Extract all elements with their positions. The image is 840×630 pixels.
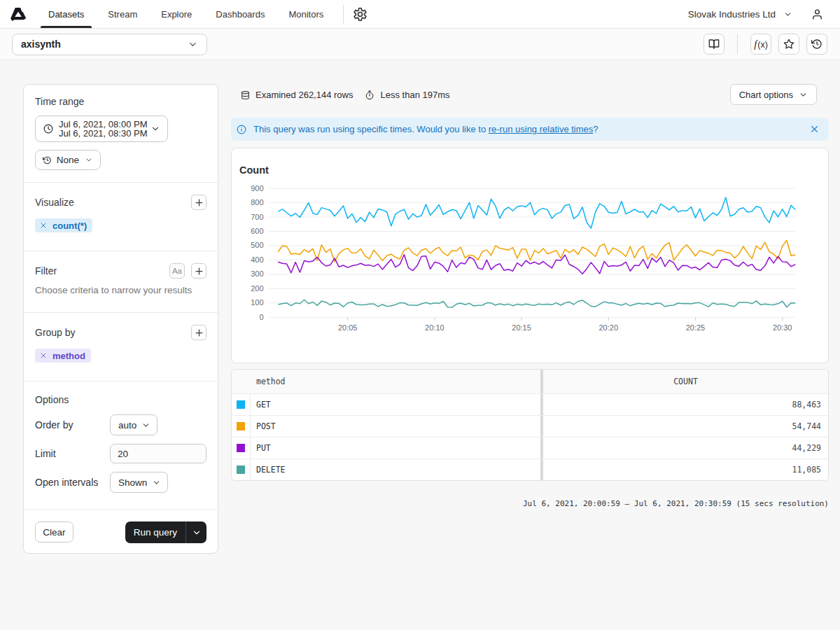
rerun-relative-times-link[interactable]: re-run using relative times [489,124,594,134]
visualize-section: Visualize count(*) [24,183,218,251]
run-query-button[interactable]: Run query [125,522,186,543]
svg-text:700: 700 [251,213,263,221]
method-cell: DELETE [251,459,540,480]
tab-explore[interactable]: Explore [153,0,200,28]
query-builder-panel: Time range Jul 6, 2021, 08:00 PM Jul 6, … [23,84,218,554]
remove-chip-icon[interactable] [39,221,48,230]
banner-close-icon[interactable] [809,124,820,134]
filter-placeholder: Choose criteria to narrow your results [35,285,206,295]
clock-icon [43,124,53,134]
toolbar-separator [737,34,738,55]
series-swatch-cell [232,416,251,437]
settings-gear-icon[interactable] [351,6,368,22]
add-visualize-button[interactable] [191,195,206,210]
count-cell: 88,463 [543,394,828,415]
tab-datasets[interactable]: Datasets [41,0,92,28]
dataset-select[interactable]: axisynth [12,34,207,55]
chevron-down-icon [192,528,202,538]
tab-dashboards[interactable]: Dashboards [208,0,272,28]
svg-text:20:30: 20:30 [773,323,792,332]
fx-icon: f(x) [754,38,768,50]
visualize-title: Visualize [35,197,191,208]
add-filter-button[interactable] [191,263,206,279]
method-cell: POST [251,416,540,437]
compare-against-value: None [57,155,79,165]
limit-label: Limit [35,448,110,459]
chevron-down-icon [85,155,93,164]
add-group-by-button[interactable] [191,325,206,340]
chevron-down-icon [188,39,198,50]
case-toggle-label: Aa [172,267,182,275]
method-column-header[interactable]: method [251,370,540,393]
query-history-button[interactable] [806,34,827,55]
tab-monitors[interactable]: Monitors [281,0,331,28]
run-query-split-button: Run query [125,522,206,543]
time-range-values: Jul 6, 2021, 08:00 PM Jul 6, 2021, 08:30… [59,120,147,139]
book-open-icon [708,38,720,50]
series-swatch-cell [232,438,251,458]
history-icon [811,38,822,50]
filter-section: Filter Aa Choose criteria to narrow your… [24,251,218,313]
time-range-title: Time range [35,96,206,107]
table-row[interactable]: POST 54,744 [232,415,828,437]
group-by-title: Group by [35,327,191,338]
svg-text:900: 900 [251,184,263,192]
svg-text:20:20: 20:20 [599,323,619,332]
info-icon [237,125,246,134]
case-sensitivity-toggle[interactable]: Aa [169,263,185,279]
functions-button[interactable]: f(x) [750,34,771,55]
chart-options-button[interactable]: Chart options [730,84,817,105]
table-row[interactable]: GET 88,463 [232,393,828,415]
docs-book-button[interactable] [704,34,724,55]
options-section: Options Order by auto Limit Open interva… [24,382,218,510]
navbar-right: Slovak Industries Ltd [688,8,840,20]
swatch-column-header [232,370,251,393]
history-icon [43,155,52,165]
chevron-down-icon [783,10,792,19]
user-avatar-icon[interactable] [811,8,823,20]
limit-input[interactable] [110,444,206,463]
plus-icon [194,328,204,338]
remove-chip-icon[interactable] [39,351,48,360]
clear-button[interactable]: Clear [35,522,74,542]
app-logo-icon[interactable] [10,8,26,21]
chevron-down-icon [150,124,160,134]
open-intervals-value: Shown [118,477,147,488]
tab-stream[interactable]: Stream [100,0,145,28]
relative-time-banner: This query was run using specific times.… [231,118,829,141]
table-row[interactable]: PUT 44,229 [232,437,828,458]
group-by-chip[interactable]: method [35,349,91,363]
order-by-select[interactable]: auto [110,414,158,435]
org-switcher[interactable]: Slovak Industries Ltd [688,9,792,20]
count-cell: 11,085 [543,459,828,480]
tab-stream-label: Stream [108,9,137,20]
nav-separator [343,5,344,24]
count-column-header[interactable]: COUNT [543,370,828,393]
examined-rows-stat: Examined 262,144 rows [241,90,353,100]
open-intervals-label: Open intervals [35,477,110,488]
time-range-select[interactable]: Jul 6, 2021, 08:00 PM Jul 6, 2021, 08:30… [35,115,168,142]
query-time-span-text: Jul 6, 2021, 20:00:59 — Jul 6, 2021, 20:… [231,499,829,508]
compare-against-select[interactable]: None [35,150,101,170]
fx-suffix: (x) [757,40,768,50]
chevron-down-icon [799,90,808,99]
run-query-dropdown[interactable] [186,522,206,543]
time-range-end: Jul 6, 2021, 08:30 PM [59,129,147,139]
query-stats-row: Examined 262,144 rows Less than 197ms Ch… [231,84,829,106]
visualize-chip[interactable]: count(*) [35,218,92,232]
table-header-row: method COUNT [232,370,828,393]
open-intervals-select[interactable]: Shown [110,472,168,493]
order-by-value: auto [118,420,136,430]
visualize-chip-label: count(*) [52,220,87,231]
starred-queries-button[interactable] [778,34,799,55]
results-column: Examined 262,144 rows Less than 197ms Ch… [231,84,829,508]
method-cell: GET [251,394,540,415]
count-chart-svg[interactable]: 010020030040050060070080090020:0520:1020… [232,148,828,363]
chart-options-label: Chart options [739,90,793,100]
table-row[interactable]: DELETE 11,085 [232,458,828,480]
toolbar-actions: f(x) [704,34,840,55]
tab-dashboards-label: Dashboards [216,9,265,20]
series-swatch-cell [232,394,251,415]
options-title: Options [35,394,206,405]
order-by-label: Order by [35,419,110,430]
